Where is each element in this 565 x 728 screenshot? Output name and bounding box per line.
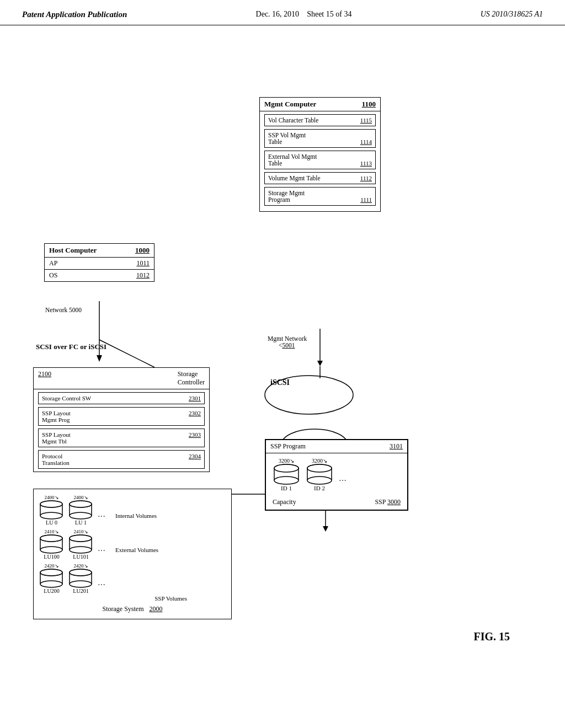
lu200-label: LU200 <box>44 588 59 594</box>
mgmt-row-num-1: 1115 <box>360 117 372 124</box>
sc-row-2301: Storage Control SW 2301 <box>38 392 205 404</box>
ssp-volumes-label: SSP Volumes <box>34 594 231 602</box>
sc-label-1: Storage Control SW <box>42 395 91 402</box>
svg-point-24 <box>307 477 332 484</box>
svg-point-18 <box>274 477 299 484</box>
lu100-drum <box>39 534 64 554</box>
mgmt-row-1113: External Vol MgmtTable 1113 <box>264 151 376 169</box>
svg-point-54 <box>70 581 92 587</box>
sc-num-1: 2301 <box>189 395 201 402</box>
lu100-group: 2410↘ LU100 2410↘ <box>34 526 231 560</box>
svg-point-39 <box>40 547 62 553</box>
ssp-ellipsis: … <box>339 474 347 491</box>
mgmt-network-text: Mgmt Network <box>268 335 307 342</box>
lu200-item: 2420↘ LU200 <box>39 563 64 594</box>
ssp-box: SSP Program 3101 3200↘ ID 1 3200↘ <box>265 439 408 511</box>
mgmt-row-1115: Vol Character Table 1115 <box>264 114 376 126</box>
ssp-capacity-label: Capacity <box>273 498 296 506</box>
ssp-id1-label: ID 1 <box>281 485 292 491</box>
svg-marker-1 <box>97 355 102 362</box>
host-number: 1000 <box>135 246 150 255</box>
host-computer-header: Host Computer 1000 <box>45 244 154 258</box>
lu201-item: 2420↘ LU201 <box>68 563 93 594</box>
mgmt-row-label-1: Vol Character Table <box>268 117 318 124</box>
ssp-program-label: SSP Program <box>270 442 306 451</box>
lu200-drum <box>39 569 64 588</box>
lu100-num: 2410↘ <box>45 529 59 534</box>
svg-marker-13 <box>323 526 328 532</box>
host-ap-label: AP <box>49 259 57 267</box>
sc-num: 2100 <box>38 370 51 387</box>
header-date: Dec. 16, 2010 <box>256 10 300 18</box>
svg-point-55 <box>70 569 92 576</box>
lu1-num: 2400↘ <box>74 495 88 500</box>
mgmt-row-label-4: Volume Mgmt Table <box>268 175 321 181</box>
ssp-drum-id2 <box>306 464 333 485</box>
sc-num-3: 2303 <box>189 431 201 445</box>
svg-point-30 <box>40 501 62 507</box>
mgmt-row-label-2: SSP Vol MgmtTable <box>268 132 306 145</box>
sc-header: 2100 StorageController <box>34 368 209 389</box>
network-text: Network 5000 <box>45 307 82 313</box>
lu100-ellipsis: … <box>98 544 105 560</box>
publication-title: Patent Application Publication <box>22 10 127 19</box>
lu201-num: 2420↘ <box>74 563 88 569</box>
ssp-id2-group: 3200↘ ID 2 <box>306 458 333 491</box>
lu0-group: 2400↘ LU 0 <box>39 495 64 526</box>
storage-controller-box: 2100 StorageController Storage Control S… <box>33 367 210 472</box>
ssp-vol-text: SSP Volumes <box>154 595 187 602</box>
iscsi-text: iSCSI <box>270 378 290 387</box>
host-os-num: 1012 <box>136 271 150 280</box>
lu1-group: 2400↘ LU 1 <box>68 495 93 526</box>
mgmt-row-label-5: Storage MgmtProgram <box>268 190 305 203</box>
lu101-num: 2410↘ <box>74 529 88 534</box>
lu201-label: LU201 <box>73 588 88 594</box>
lu200-group: 2420↘ LU200 2420↘ <box>34 560 231 594</box>
lu200-ellipsis: … <box>98 579 105 594</box>
mgmt-row-1112: Volume Mgmt Table 1112 <box>264 172 376 184</box>
sc-row-2302: SSP LayoutMgmt Prog 2302 <box>38 407 205 426</box>
mgmt-computer-title: Mgmt Computer <box>264 100 316 109</box>
storage-system-label: Storage System <box>103 605 144 613</box>
internal-vol-label: Internal Volumes <box>115 512 157 526</box>
mgmt-row-1114: SSP Vol MgmtTable 1114 <box>264 129 376 148</box>
mgmt-network-num: 5001 <box>282 342 295 349</box>
mgmt-computer-header: Mgmt Computer 1100 <box>260 98 380 111</box>
sc-num-2: 2302 <box>189 410 201 423</box>
fig-label: FIG. 15 <box>473 630 510 643</box>
svg-marker-4 <box>317 361 323 366</box>
lu200-num: 2420↘ <box>45 563 59 569</box>
storage-system-num: 2000 <box>150 605 163 613</box>
storage-system-box: 2400↘ LU 0 2400↘ <box>33 489 232 619</box>
sc-label-4: ProtocolTranslation <box>42 453 70 466</box>
svg-point-34 <box>70 512 92 519</box>
svg-point-44 <box>70 547 92 553</box>
mgmt-network-label: Mgmt Network <5001 <box>268 335 307 349</box>
host-ap-num: 1011 <box>136 259 150 267</box>
ssp-ssp-label: SSP 3000 <box>375 498 401 506</box>
mgmt-row-label-3: External Vol MgmtTable <box>268 153 317 167</box>
iscsi-label: iSCSI <box>270 378 290 387</box>
mgmt-row-num-5: 1111 <box>360 196 372 203</box>
lu0-num: 2400↘ <box>45 495 59 500</box>
lu0-drum <box>39 500 64 520</box>
svg-point-45 <box>70 535 92 542</box>
host-title: Host Computer <box>49 246 97 255</box>
mgmt-row-num-3: 1113 <box>360 160 372 167</box>
sc-label-2: SSP LayoutMgmt Prog <box>42 410 71 423</box>
lu101-drum <box>68 534 93 554</box>
ssp-id2-label: ID 2 <box>314 485 325 491</box>
svg-point-35 <box>70 501 92 507</box>
sc-label-3: SSP LayoutMgmt Tbl <box>42 431 71 445</box>
host-os-label: OS <box>49 271 57 280</box>
svg-point-25 <box>307 464 332 472</box>
scsi-label: SCSI over FC or iSCSI <box>36 342 106 351</box>
lu01-ellipsis: … <box>98 510 105 526</box>
ssp-id1-num: 3200↘ <box>279 458 294 464</box>
svg-point-49 <box>40 581 62 587</box>
network-label: Network 5000 <box>45 307 82 313</box>
lu101-item: 2410↘ LU101 <box>68 529 93 560</box>
svg-point-50 <box>40 569 62 576</box>
svg-point-40 <box>40 535 62 542</box>
scsi-text: SCSI over FC or iSCSI <box>36 342 106 351</box>
